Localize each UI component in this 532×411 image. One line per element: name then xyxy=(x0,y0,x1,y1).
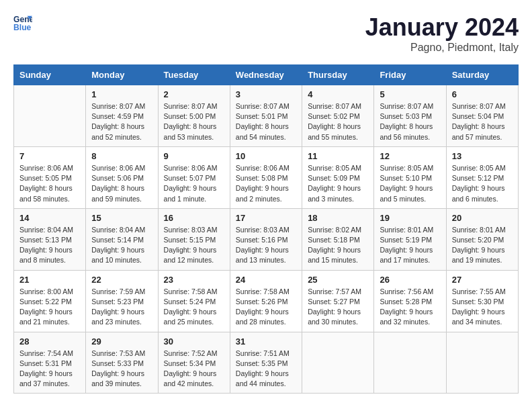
day-number: 19 xyxy=(380,213,440,223)
title-block: January 2024 Pagno, Piedmont, Italy xyxy=(365,13,519,54)
location: Pagno, Piedmont, Italy xyxy=(365,42,519,54)
day-info: Sunrise: 7:56 AMSunset: 5:28 PMDaylight:… xyxy=(380,287,440,328)
calendar-cell: 26Sunrise: 7:56 AMSunset: 5:28 PMDayligh… xyxy=(374,270,446,332)
calendar-table: SundayMondayTuesdayWednesdayThursdayFrid… xyxy=(13,64,519,394)
day-number: 10 xyxy=(236,151,296,161)
day-info: Sunrise: 8:06 AMSunset: 5:07 PMDaylight:… xyxy=(164,163,224,204)
weekday-header: Monday xyxy=(86,65,158,85)
day-number: 25 xyxy=(308,275,368,285)
calendar-cell: 16Sunrise: 8:03 AMSunset: 5:15 PMDayligh… xyxy=(158,208,230,270)
day-info: Sunrise: 8:06 AMSunset: 5:05 PMDaylight:… xyxy=(19,163,80,204)
calendar-cell: 6Sunrise: 8:07 AMSunset: 5:04 PMDaylight… xyxy=(446,85,518,147)
weekday-header: Sunday xyxy=(14,65,86,85)
calendar-cell: 22Sunrise: 7:59 AMSunset: 5:23 PMDayligh… xyxy=(86,270,158,332)
day-info: Sunrise: 8:03 AMSunset: 5:16 PMDaylight:… xyxy=(236,225,296,266)
day-number: 3 xyxy=(236,89,296,99)
day-number: 14 xyxy=(19,213,80,223)
day-number: 7 xyxy=(19,151,80,161)
logo-icon: General Blue xyxy=(13,13,32,32)
calendar-cell xyxy=(446,332,518,394)
day-number: 28 xyxy=(19,336,80,347)
day-number: 16 xyxy=(164,213,224,223)
calendar-cell: 19Sunrise: 8:01 AMSunset: 5:19 PMDayligh… xyxy=(374,208,446,270)
day-info: Sunrise: 8:07 AMSunset: 5:00 PMDaylight:… xyxy=(164,101,224,142)
day-number: 11 xyxy=(308,151,368,161)
day-info: Sunrise: 8:05 AMSunset: 5:10 PMDaylight:… xyxy=(380,163,440,204)
calendar-week-row: 1Sunrise: 8:07 AMSunset: 4:59 PMDaylight… xyxy=(14,85,519,147)
calendar-cell: 31Sunrise: 7:51 AMSunset: 5:35 PMDayligh… xyxy=(230,332,302,394)
day-info: Sunrise: 8:06 AMSunset: 5:06 PMDaylight:… xyxy=(91,163,152,204)
calendar-cell: 20Sunrise: 8:01 AMSunset: 5:20 PMDayligh… xyxy=(446,208,518,270)
calendar-cell: 23Sunrise: 7:58 AMSunset: 5:24 PMDayligh… xyxy=(158,270,230,332)
day-info: Sunrise: 8:05 AMSunset: 5:09 PMDaylight:… xyxy=(308,163,368,204)
day-number: 23 xyxy=(164,275,224,285)
day-number: 21 xyxy=(19,275,80,285)
day-info: Sunrise: 7:54 AMSunset: 5:31 PMDaylight:… xyxy=(19,349,80,390)
calendar-cell: 21Sunrise: 8:00 AMSunset: 5:22 PMDayligh… xyxy=(14,270,86,332)
calendar-cell: 29Sunrise: 7:53 AMSunset: 5:33 PMDayligh… xyxy=(86,332,158,394)
calendar-cell: 9Sunrise: 8:06 AMSunset: 5:07 PMDaylight… xyxy=(158,146,230,208)
calendar-cell: 15Sunrise: 8:04 AMSunset: 5:14 PMDayligh… xyxy=(86,208,158,270)
day-number: 30 xyxy=(164,336,224,347)
calendar-week-row: 28Sunrise: 7:54 AMSunset: 5:31 PMDayligh… xyxy=(14,332,519,394)
day-info: Sunrise: 7:53 AMSunset: 5:33 PMDaylight:… xyxy=(91,349,152,390)
calendar-header: SundayMondayTuesdayWednesdayThursdayFrid… xyxy=(14,65,519,85)
weekday-header: Saturday xyxy=(446,65,518,85)
calendar-week-row: 7Sunrise: 8:06 AMSunset: 5:05 PMDaylight… xyxy=(14,146,519,208)
day-info: Sunrise: 8:02 AMSunset: 5:18 PMDaylight:… xyxy=(308,225,368,266)
weekday-header: Tuesday xyxy=(158,65,230,85)
day-number: 13 xyxy=(452,151,513,161)
day-number: 24 xyxy=(236,275,296,285)
calendar-cell: 14Sunrise: 8:04 AMSunset: 5:13 PMDayligh… xyxy=(14,208,86,270)
weekday-header: Wednesday xyxy=(230,65,302,85)
day-info: Sunrise: 8:07 AMSunset: 5:04 PMDaylight:… xyxy=(452,101,513,142)
day-info: Sunrise: 7:58 AMSunset: 5:26 PMDaylight:… xyxy=(236,287,296,328)
day-info: Sunrise: 8:03 AMSunset: 5:15 PMDaylight:… xyxy=(164,225,224,266)
day-info: Sunrise: 8:07 AMSunset: 5:02 PMDaylight:… xyxy=(308,101,368,142)
day-number: 29 xyxy=(91,336,152,347)
calendar-cell: 3Sunrise: 8:07 AMSunset: 5:01 PMDaylight… xyxy=(230,85,302,147)
calendar-cell: 25Sunrise: 7:57 AMSunset: 5:27 PMDayligh… xyxy=(302,270,374,332)
calendar-cell: 13Sunrise: 8:05 AMSunset: 5:12 PMDayligh… xyxy=(446,146,518,208)
calendar-week-row: 21Sunrise: 8:00 AMSunset: 5:22 PMDayligh… xyxy=(14,270,519,332)
calendar-cell: 12Sunrise: 8:05 AMSunset: 5:10 PMDayligh… xyxy=(374,146,446,208)
day-number: 6 xyxy=(452,89,513,99)
weekday-header: Friday xyxy=(374,65,446,85)
calendar-cell: 11Sunrise: 8:05 AMSunset: 5:09 PMDayligh… xyxy=(302,146,374,208)
day-number: 31 xyxy=(236,336,296,347)
calendar-cell: 24Sunrise: 7:58 AMSunset: 5:26 PMDayligh… xyxy=(230,270,302,332)
day-info: Sunrise: 7:58 AMSunset: 5:24 PMDaylight:… xyxy=(164,287,224,328)
day-info: Sunrise: 8:04 AMSunset: 5:14 PMDaylight:… xyxy=(91,225,152,266)
calendar-cell: 2Sunrise: 8:07 AMSunset: 5:00 PMDaylight… xyxy=(158,85,230,147)
calendar-cell: 18Sunrise: 8:02 AMSunset: 5:18 PMDayligh… xyxy=(302,208,374,270)
day-number: 15 xyxy=(91,213,152,223)
calendar-cell xyxy=(374,332,446,394)
day-info: Sunrise: 7:59 AMSunset: 5:23 PMDaylight:… xyxy=(91,287,152,328)
page-header: General Blue January 2024 Pagno, Piedmon… xyxy=(13,13,519,54)
calendar-cell xyxy=(302,332,374,394)
day-number: 8 xyxy=(91,151,152,161)
day-info: Sunrise: 8:05 AMSunset: 5:12 PMDaylight:… xyxy=(452,163,513,204)
calendar-cell: 28Sunrise: 7:54 AMSunset: 5:31 PMDayligh… xyxy=(14,332,86,394)
calendar-cell: 7Sunrise: 8:06 AMSunset: 5:05 PMDaylight… xyxy=(14,146,86,208)
day-number: 22 xyxy=(91,275,152,285)
calendar-cell: 4Sunrise: 8:07 AMSunset: 5:02 PMDaylight… xyxy=(302,85,374,147)
calendar-cell: 8Sunrise: 8:06 AMSunset: 5:06 PMDaylight… xyxy=(86,146,158,208)
weekday-header: Thursday xyxy=(302,65,374,85)
day-info: Sunrise: 7:52 AMSunset: 5:34 PMDaylight:… xyxy=(164,349,224,390)
day-info: Sunrise: 8:01 AMSunset: 5:20 PMDaylight:… xyxy=(452,225,513,266)
calendar-cell: 30Sunrise: 7:52 AMSunset: 5:34 PMDayligh… xyxy=(158,332,230,394)
day-info: Sunrise: 7:55 AMSunset: 5:30 PMDaylight:… xyxy=(452,287,513,328)
day-info: Sunrise: 8:06 AMSunset: 5:08 PMDaylight:… xyxy=(236,163,296,204)
day-number: 26 xyxy=(380,275,440,285)
calendar-cell: 5Sunrise: 8:07 AMSunset: 5:03 PMDaylight… xyxy=(374,85,446,147)
day-info: Sunrise: 8:04 AMSunset: 5:13 PMDaylight:… xyxy=(19,225,80,266)
calendar-cell: 17Sunrise: 8:03 AMSunset: 5:16 PMDayligh… xyxy=(230,208,302,270)
svg-text:Blue: Blue xyxy=(13,23,32,32)
day-number: 5 xyxy=(380,89,440,99)
calendar-cell: 10Sunrise: 8:06 AMSunset: 5:08 PMDayligh… xyxy=(230,146,302,208)
day-number: 17 xyxy=(236,213,296,223)
day-number: 4 xyxy=(308,89,368,99)
day-number: 20 xyxy=(452,213,513,223)
day-info: Sunrise: 8:07 AMSunset: 4:59 PMDaylight:… xyxy=(91,101,152,142)
